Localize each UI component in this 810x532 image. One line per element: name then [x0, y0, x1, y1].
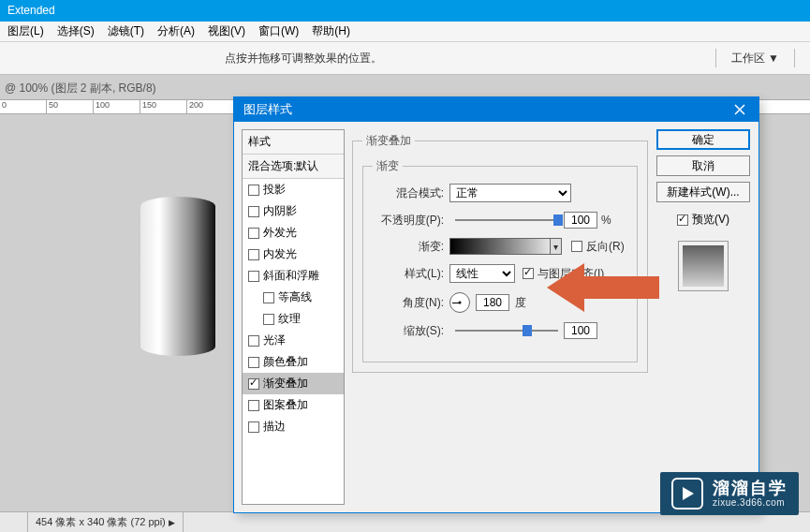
style-label: 颜色叠加 — [263, 354, 308, 370]
chevron-right-icon[interactable]: ▶ — [169, 518, 175, 527]
style-label: 纹理 — [278, 311, 301, 327]
close-icon — [734, 104, 745, 115]
blend-mode-select[interactable]: 正常 — [449, 184, 571, 202]
ruler-tick: 200 — [187, 100, 234, 113]
preview-toggle[interactable]: 预览(V) — [677, 212, 729, 228]
align-checkbox[interactable] — [523, 268, 534, 279]
gradient-group: 渐变 混合模式: 正常 不透明度(P): % 渐变: — [362, 158, 638, 362]
menu-bar: 图层(L) 选择(S) 滤镜(T) 分析(A) 视图(V) 窗口(W) 帮助(H… — [0, 22, 810, 42]
status-dims-text: 454 像素 x 340 像素 (72 ppi) — [36, 515, 166, 529]
angle-label: 角度(N): — [373, 295, 449, 311]
style-item-color-overlay[interactable]: 颜色叠加 — [243, 351, 344, 373]
app-title: Extended — [7, 4, 55, 17]
checkbox[interactable] — [263, 292, 274, 303]
checkbox[interactable] — [248, 400, 259, 411]
divider — [715, 49, 716, 67]
style-list: 样式 混合选项:默认 投影 内阴影 外发光 内发光 斜面和浮雕 等高线 纹理 光… — [242, 129, 345, 505]
style-select[interactable]: 线性 — [449, 264, 515, 283]
gradient-picker[interactable] — [449, 238, 562, 255]
svg-marker-1 — [683, 487, 694, 500]
style-item-outer-glow[interactable]: 外发光 — [243, 222, 344, 244]
opacity-slider[interactable] — [455, 219, 558, 221]
options-hint: 点按并拖移可调整效果的位置。 — [225, 51, 382, 66]
menu-item[interactable]: 帮助(H) — [312, 23, 350, 39]
style-label: 渐变叠加 — [263, 376, 308, 392]
new-style-button[interactable]: 新建样式(W)... — [656, 182, 750, 202]
style-label: 内阴影 — [263, 203, 297, 219]
blend-options-header[interactable]: 混合选项:默认 — [243, 155, 344, 179]
menu-item[interactable]: 图层(L) — [7, 23, 44, 39]
opacity-unit: % — [601, 214, 611, 227]
style-item-bevel[interactable]: 斜面和浮雕 — [243, 265, 344, 287]
panel-title: 渐变叠加 — [362, 133, 415, 149]
document-title: @ 100% (图层 2 副本, RGB/8) — [5, 81, 156, 96]
divider — [794, 49, 795, 67]
angle-input[interactable] — [476, 294, 509, 311]
style-item-contour[interactable]: 等高线 — [243, 287, 344, 308]
checkbox[interactable] — [248, 249, 259, 260]
style-label-text: 样式(L): — [373, 266, 449, 282]
style-item-pattern-overlay[interactable]: 图案叠加 — [243, 394, 344, 416]
preview-swatch — [678, 241, 729, 291]
checkbox[interactable] — [248, 335, 259, 347]
ok-button[interactable]: 确定 — [656, 129, 750, 150]
options-bar: 点按并拖移可调整效果的位置。 工作区 ▼ — [0, 42, 810, 75]
cylinder-shape — [140, 197, 215, 356]
ruler-tick: 0 — [0, 100, 47, 113]
reverse-checkbox[interactable] — [571, 241, 582, 252]
style-label: 投影 — [263, 182, 286, 198]
style-label: 描边 — [263, 419, 286, 435]
watermark-cn: 溜溜自学 — [713, 480, 788, 498]
canvas[interactable] — [122, 122, 234, 431]
checkbox[interactable] — [248, 271, 259, 282]
checkbox[interactable] — [263, 314, 274, 325]
group-title: 渐变 — [373, 158, 403, 174]
dialog-title: 图层样式 — [243, 101, 292, 118]
checkbox[interactable] — [248, 228, 259, 239]
preview-label: 预览(V) — [692, 212, 729, 228]
checkbox[interactable] — [248, 185, 259, 196]
blend-mode-label: 混合模式: — [373, 185, 449, 201]
style-item-stroke[interactable]: 描边 — [243, 416, 344, 437]
checkbox[interactable] — [248, 378, 259, 390]
preview-checkbox[interactable] — [677, 214, 688, 226]
style-item-inner-shadow[interactable]: 内阴影 — [243, 200, 344, 222]
opacity-input[interactable] — [564, 212, 597, 229]
scale-input[interactable] — [564, 322, 597, 339]
style-label: 图案叠加 — [263, 397, 308, 413]
dialog-title-bar[interactable]: 图层样式 — [234, 97, 758, 122]
dialog-buttons: 确定 取消 新建样式(W)... 预览(V) — [655, 129, 751, 505]
angle-dial[interactable] — [449, 292, 470, 313]
style-item-inner-glow[interactable]: 内发光 — [243, 244, 344, 265]
checkbox[interactable] — [248, 357, 259, 368]
menu-item[interactable]: 窗口(W) — [258, 23, 299, 39]
style-item-shadow[interactable]: 投影 — [243, 179, 344, 200]
style-item-texture[interactable]: 纹理 — [243, 308, 344, 330]
checkbox[interactable] — [248, 206, 259, 217]
gradient-label: 渐变: — [373, 239, 449, 255]
style-item-gradient-overlay[interactable]: 渐变叠加 — [243, 373, 344, 394]
gradient-overlay-group: 渐变叠加 渐变 混合模式: 正常 不透明度(P): % — [352, 133, 648, 373]
menu-item[interactable]: 选择(S) — [57, 23, 95, 39]
style-label: 内发光 — [263, 246, 297, 262]
checkbox[interactable] — [248, 421, 259, 433]
workspace-selector[interactable]: 工作区 ▼ — [726, 49, 785, 68]
menu-item[interactable]: 分析(A) — [157, 23, 195, 39]
cancel-button[interactable]: 取消 — [656, 155, 750, 176]
play-icon — [671, 478, 703, 510]
settings-panel: 渐变叠加 渐变 混合模式: 正常 不透明度(P): % — [352, 129, 648, 505]
align-label: 与图层对齐(I) — [538, 266, 604, 282]
watermark: 溜溜自学 zixue.3d66.com — [660, 472, 799, 515]
ruler-tick: 100 — [94, 100, 140, 113]
reverse-label: 反向(R) — [586, 239, 625, 255]
close-button[interactable] — [721, 97, 758, 122]
style-label: 外发光 — [263, 225, 297, 241]
layer-style-dialog: 图层样式 样式 混合选项:默认 投影 内阴影 外发光 内发光 斜面和浮雕 等高线… — [233, 96, 759, 513]
style-label: 斜面和浮雕 — [263, 268, 319, 284]
menu-item[interactable]: 视图(V) — [208, 23, 245, 39]
scale-slider[interactable] — [455, 330, 558, 332]
menu-item[interactable]: 滤镜(T) — [108, 23, 144, 39]
style-list-header[interactable]: 样式 — [243, 130, 344, 155]
style-item-satin[interactable]: 光泽 — [243, 330, 344, 351]
style-label: 光泽 — [263, 332, 286, 348]
